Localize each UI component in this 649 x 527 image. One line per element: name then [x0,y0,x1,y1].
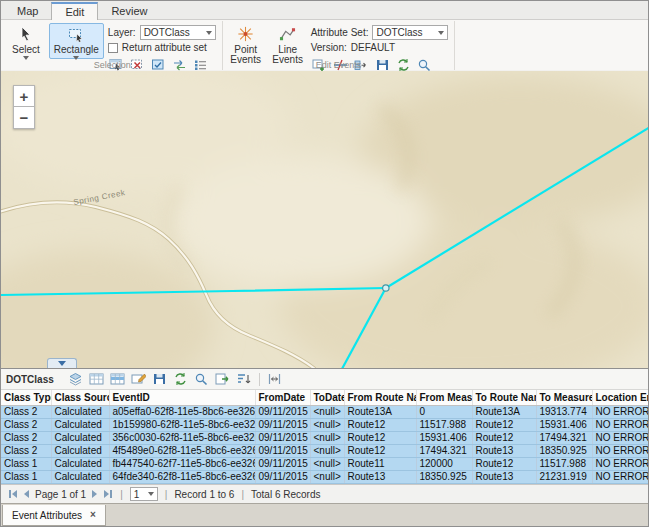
tab-review[interactable]: Review [98,2,160,19]
table-cell: 19313.774 [536,405,592,418]
return-attribute-set-label: Return attribute set [122,42,207,53]
column-header[interactable]: To Route Name [472,390,536,405]
column-header[interactable]: Class Source [51,390,109,405]
table-cell: Class 2 [1,418,51,431]
column-header[interactable]: From Route Name [344,390,416,405]
table-cell: Route12 [472,457,536,470]
zoom-to-record-icon[interactable] [193,371,211,388]
table-row[interactable]: Class 2Calculated1b159980-62f8-11e5-8bc6… [1,418,648,431]
last-page-button[interactable] [103,490,113,498]
prev-page-button[interactable] [23,490,30,498]
table-cell: fb447540-62f7-11e5-8bc6-ee32641d5ec9 [109,457,255,470]
save-records-icon[interactable] [151,371,169,388]
edit-events-group-label: Edit Events [223,60,455,70]
show-selected-icon[interactable] [109,371,127,388]
column-header[interactable]: EventID [109,390,255,405]
column-header[interactable]: FromDate [255,390,310,405]
table-cell: Calculated [51,431,109,444]
rectangle-button-label: Rectangle [54,45,99,55]
table-cell: 09/11/2015 [255,431,310,444]
edit-records-icon[interactable] [130,371,148,388]
attribute-set-value: DOTClass [376,27,422,38]
record-range-label: Record 1 to 6 [174,489,234,500]
table-cell: Class 2 [1,405,51,418]
table-row[interactable]: Class 2Calculated4f5489e0-62f8-11e5-8bc6… [1,444,648,457]
table-cell: 11517.988 [416,418,472,431]
column-header[interactable]: Class Type [1,390,51,405]
table-cell: Calculated [51,418,109,431]
selection-group-label: Selection [3,60,222,70]
layers-icon[interactable] [67,371,85,388]
table-cell: Class 1 [1,470,51,483]
resize-columns-icon[interactable] [266,371,284,388]
table-cell: Calculated [51,470,109,483]
zoom-out-button[interactable]: − [13,107,35,129]
toolbar-divider [259,373,260,386]
layer-select[interactable]: DOTClass [140,25,216,40]
table-cell: <null> [310,405,344,418]
table-cell: Route11 [344,457,416,470]
table-cell: 09/11/2015 [255,418,310,431]
export-table-icon[interactable] [214,371,232,388]
page-number-select[interactable]: 1 [130,487,158,501]
column-header[interactable]: Location Error [592,390,648,405]
table-cell: 17494.321 [416,444,472,457]
rectangle-select-button[interactable]: Rectangle [49,23,104,59]
tab-event-attributes[interactable]: Event Attributes × [2,505,106,526]
table-row[interactable]: Class 2Calculateda05effa0-62f8-11e5-8bc6… [1,405,648,418]
refresh-icon[interactable] [172,371,190,388]
table-row[interactable]: Class 2Calculated356c0030-62f8-11e5-8bc6… [1,431,648,444]
attribute-set-select[interactable]: DOTClass [372,25,448,40]
line-events-icon [279,26,296,44]
table-cell: 09/11/2015 [255,405,310,418]
map-canvas[interactable]: Spring Creek + − [1,71,648,368]
point-events-button[interactable]: Point Events [227,23,265,59]
table-cell: 21231.919 [536,470,592,483]
table-cell: Route12 [472,431,536,444]
table-header-row: Class TypeClass SourceEventIDFromDateToD… [1,390,648,405]
tab-map[interactable]: Map [4,2,51,19]
table-cell: NO ERROR [592,405,648,418]
close-icon[interactable]: × [90,510,96,520]
table-cell: Calculated [51,405,109,418]
route-junction-marker [383,285,389,291]
edit-events-group: Point Events Line Events Attribute Set: … [223,21,456,70]
open-table-icon[interactable] [88,371,106,388]
select-button[interactable]: Select [7,23,45,59]
select-button-label: Select [12,45,40,55]
pager-divider: | [239,489,246,500]
table-cell: NO ERROR [592,418,648,431]
table-cell: Route12 [344,418,416,431]
point-events-icon [237,26,254,44]
line-events-button[interactable]: Line Events [269,23,307,59]
table-cell: 64fde340-62f8-11e5-8bc6-ee32641d5ec9 [109,470,255,483]
table-cell: Route13A [344,405,416,418]
table-cell: Route12 [472,418,536,431]
return-attribute-set-checkbox[interactable] [108,43,118,53]
table-cell: 09/11/2015 [255,457,310,470]
event-editor-window: Map Edit Review Select Rectangle [0,0,649,527]
table-cell: NO ERROR [592,431,648,444]
table-cell: 356c0030-62f8-11e5-8bc6-ee32641d5ec9 [109,431,255,444]
table-cell: 15931.406 [536,418,592,431]
table-cell: 11517.988 [536,457,592,470]
column-header[interactable]: To Measure [536,390,592,405]
table-cell: NO ERROR [592,457,648,470]
table-row[interactable]: Class 1Calculatedfb447540-62f7-11e5-8bc6… [1,457,648,470]
first-page-button[interactable] [8,490,18,498]
zoom-control: + − [13,85,35,129]
table-cell: Route13 [472,470,536,483]
table-cell: 120000 [416,457,472,470]
column-header[interactable]: From Measure [416,390,472,405]
version-label: Version: [311,42,347,53]
sort-records-icon[interactable] [235,371,253,388]
column-header[interactable]: ToDate [310,390,344,405]
tab-edit[interactable]: Edit [51,2,98,20]
edit-events-fields: Attribute Set: DOTClass Version: DEFAULT [311,23,449,59]
zoom-in-button[interactable]: + [13,85,35,107]
ribbon-toolbar: Select Rectangle Layer: DOTClass [1,20,648,70]
next-page-button[interactable] [91,490,98,498]
table-row[interactable]: Class 1Calculated64fde340-62f8-11e5-8bc6… [1,470,648,483]
panel-collapse-button[interactable] [47,358,77,368]
table-cell: Class 2 [1,431,51,444]
